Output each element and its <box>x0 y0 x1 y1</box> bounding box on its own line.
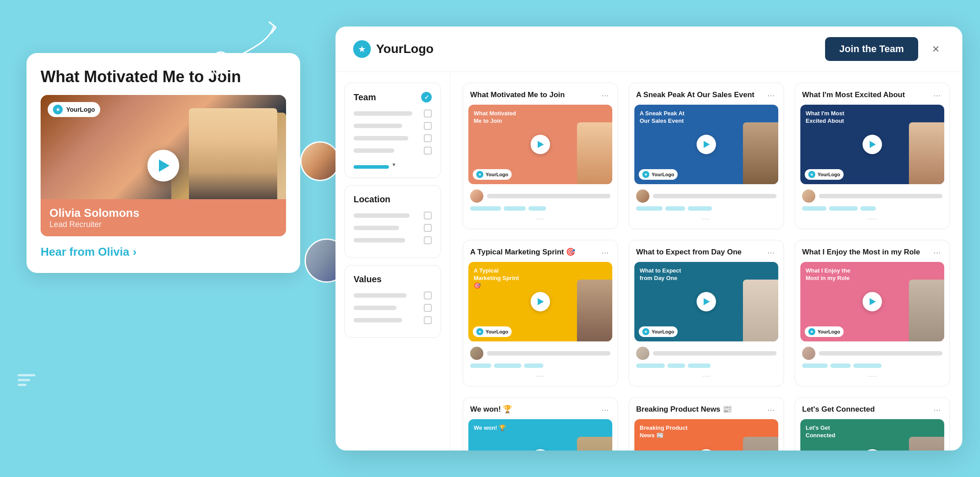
vc-play-5[interactable] <box>697 292 716 311</box>
join-team-button[interactable]: Join the Team <box>825 37 918 61</box>
filter-checkbox-1[interactable] <box>424 110 432 117</box>
vc-tags-5 <box>636 363 776 368</box>
vc-play-6[interactable] <box>863 292 882 311</box>
vc-tag-1b <box>504 206 526 211</box>
vc-play-7[interactable] <box>531 449 550 450</box>
vc-tag-2a <box>636 206 663 211</box>
vc-menu-7[interactable]: ··· <box>599 405 611 415</box>
vc-tag-2c <box>688 206 712 211</box>
vc-thumb-7[interactable]: We won! 🏆 ★ YourLogo <box>468 419 612 450</box>
close-button[interactable]: × <box>927 40 945 58</box>
vc-footer-1: ···· <box>463 184 618 229</box>
filter-team-row-2[interactable] <box>354 122 432 130</box>
filter-loc-checkbox-3[interactable] <box>424 236 432 244</box>
filter-dropdown-icon[interactable]: ▾ <box>392 161 396 168</box>
vc-thumb-8[interactable]: Breaking Product News 📰 ★ YourLogo <box>634 419 778 450</box>
vc-avatar-3 <box>802 189 815 203</box>
vc-thumb-6[interactable]: What I Enjoy the Most in my Role ★ YourL… <box>800 262 944 341</box>
filter-loc-checkbox-1[interactable] <box>424 212 432 220</box>
team-check-icon: ✓ <box>421 92 432 102</box>
vc-thumb-5[interactable]: What to Expect from Day One ★ YourLogo <box>634 262 778 341</box>
filter-val-checkbox-1[interactable] <box>424 292 432 299</box>
vc-header-4: A Typical Marketing Sprint 🎯 ··· <box>463 240 618 262</box>
vc-logo-star-3: ★ <box>808 171 815 178</box>
vc-logo-5: ★ YourLogo <box>639 326 678 337</box>
vc-tag-5b <box>667 363 685 368</box>
vc-thumb-1[interactable]: What Motivated Me to Join ★ YourLogo <box>468 105 612 184</box>
vc-avatar-1 <box>470 189 483 203</box>
vc-play-8[interactable] <box>697 449 716 450</box>
filter-loc-checkbox-2[interactable] <box>424 224 432 232</box>
filter-checkbox-4[interactable] <box>424 147 432 155</box>
vc-thumb-2[interactable]: A Sneak Peak At Our Sales Event ★ YourLo… <box>634 105 778 184</box>
arrow-decoration <box>203 18 291 88</box>
play-button[interactable] <box>147 150 179 182</box>
video-card-4: A Typical Marketing Sprint 🎯 ··· A Typic… <box>463 240 618 386</box>
vc-tag-3b <box>829 206 858 211</box>
vc-thumb-3[interactable]: What I'm Most Excited About ★ YourLogo <box>800 105 944 184</box>
vc-avatar-4 <box>470 347 483 360</box>
vc-menu-8[interactable]: ··· <box>765 405 776 415</box>
filter-val-row-3[interactable] <box>354 316 432 324</box>
vc-expand-4[interactable]: ···· <box>470 371 611 381</box>
vc-tags-2 <box>636 206 776 211</box>
vc-title-3: What I'm Most Excited About <box>802 91 931 99</box>
vc-play-3[interactable] <box>863 135 882 154</box>
filter-val-checkbox-3[interactable] <box>424 316 432 324</box>
filter-loc-row-3[interactable] <box>354 236 432 244</box>
name-banner: Olivia Solomons Lead Recruiter <box>41 199 286 236</box>
card-video-thumb[interactable]: ★ YourLogo Olivia Solomons Lead Recruite… <box>41 95 286 236</box>
vc-expand-1[interactable]: ···· <box>470 214 611 223</box>
vc-play-1[interactable] <box>531 135 550 154</box>
filter-val-checkbox-2[interactable] <box>424 304 432 312</box>
vc-tag-6a <box>802 363 828 368</box>
main-content: What Motivated Me to Join ··· What Motiv… <box>450 72 962 450</box>
vc-tag-5c <box>688 363 711 368</box>
filter-checkbox-2[interactable] <box>424 122 432 130</box>
vc-tag-4a <box>470 363 491 368</box>
vc-tag-6b <box>830 363 851 368</box>
vc-play-4[interactable] <box>531 292 550 311</box>
vc-menu-9[interactable]: ··· <box>931 405 942 415</box>
filter-checkbox-3[interactable] <box>424 134 432 142</box>
vc-thumb-9[interactable]: Let's Get Connected ★ YourLogo <box>800 419 944 450</box>
vc-expand-2[interactable]: ···· <box>636 214 776 223</box>
vc-footer-3: ···· <box>795 184 950 229</box>
filter-loc-row-1[interactable] <box>354 212 432 220</box>
vc-logo-star-6: ★ <box>808 328 815 335</box>
hear-from-arrow: › <box>133 245 137 259</box>
vc-header-6: What I Enjoy the Most in my Role ··· <box>795 240 950 262</box>
filter-val-row-2[interactable] <box>354 304 432 312</box>
vc-thumb-label-3: What I'm Most Excited About <box>806 110 854 125</box>
vc-person-row-3 <box>802 189 942 203</box>
vc-play-2[interactable] <box>697 135 716 154</box>
vc-play-9[interactable] <box>863 449 882 450</box>
vc-title-7: We won! 🏆 <box>470 405 599 414</box>
brand-star-icon: ★ <box>353 40 371 58</box>
vc-tag-4b <box>494 363 521 368</box>
filter-team-row-3[interactable] <box>354 134 432 142</box>
filter-team-row-4[interactable] <box>354 147 432 155</box>
filter-values-title: Values <box>354 274 432 284</box>
vc-title-5: What to Expect from Day One <box>636 248 765 257</box>
vc-thumb-4[interactable]: A Typical Marketing Sprint 🎯 ★ YourLogo <box>468 262 612 341</box>
filter-val-row-1[interactable] <box>354 292 432 299</box>
vc-menu-3[interactable]: ··· <box>931 90 942 100</box>
vc-tag-5a <box>636 363 665 368</box>
vc-thumb-label-2: A Sneak Peak At Our Sales Event <box>640 110 688 125</box>
vc-avatar-2 <box>636 189 649 203</box>
video-card-6: What I Enjoy the Most in my Role ··· Wha… <box>795 240 950 386</box>
filter-loc-row-2[interactable] <box>354 224 432 232</box>
vc-expand-3[interactable]: ···· <box>802 214 942 223</box>
vc-menu-4[interactable]: ··· <box>599 247 611 257</box>
vc-menu-5[interactable]: ··· <box>765 247 776 257</box>
vc-expand-5[interactable]: ···· <box>636 371 776 381</box>
vc-thumb-label-1: What Motivated Me to Join <box>474 110 522 125</box>
vc-menu-1[interactable]: ··· <box>599 90 611 100</box>
filter-team-row-1[interactable] <box>354 110 432 117</box>
video-grid: What Motivated Me to Join ··· What Motiv… <box>463 83 950 450</box>
vc-menu-6[interactable]: ··· <box>931 247 942 257</box>
hear-from-link[interactable]: Hear from Olivia › <box>41 245 286 259</box>
vc-expand-6[interactable]: ···· <box>802 371 942 381</box>
vc-menu-2[interactable]: ··· <box>765 90 776 100</box>
